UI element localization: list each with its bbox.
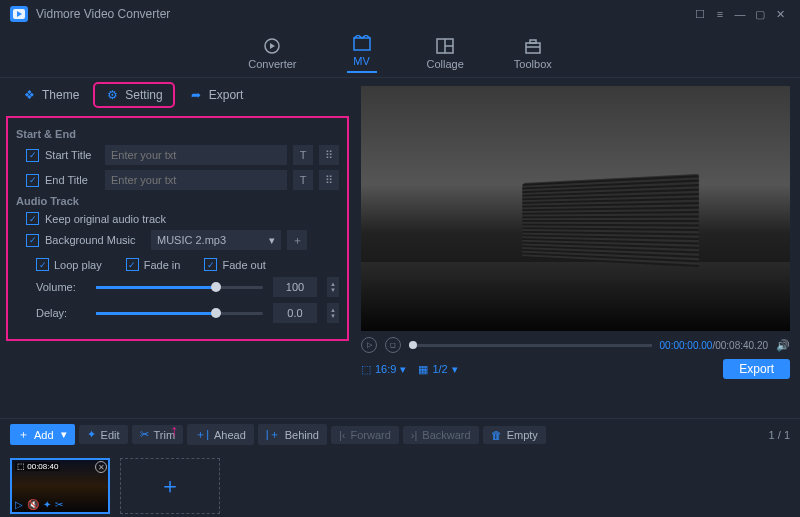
start-title-label: Start Title xyxy=(45,149,99,161)
chevron-down-icon: ▾ xyxy=(400,363,406,376)
toolbox-icon xyxy=(523,36,543,56)
delay-value[interactable]: 0.0 xyxy=(273,303,317,323)
delay-label: Delay: xyxy=(36,307,86,319)
forward-button[interactable]: |‹Forward xyxy=(331,426,399,444)
time-display: 00:00:00.00/00:08:40.20 xyxy=(660,340,768,351)
end-title-checkbox[interactable] xyxy=(26,174,39,187)
svg-marker-3 xyxy=(270,43,275,49)
aspect-ratio-select[interactable]: ⬚16:9▾ xyxy=(361,363,406,376)
bottom-toolbar: ＋Add▾ ✦Edit ✂Trim ＋|Ahead |＋Behind |‹For… xyxy=(0,418,800,450)
video-preview[interactable] xyxy=(361,86,790,331)
end-title-input[interactable] xyxy=(105,170,287,190)
delay-spinner[interactable]: ▲▼ xyxy=(327,303,339,323)
bg-music-select[interactable]: MUSIC 2.mp3▾ xyxy=(151,230,281,250)
thumbnail-remove-button[interactable]: ✕ xyxy=(95,461,107,473)
titlebar: Vidmore Video Converter ☐ ≡ — ▢ ✕ xyxy=(0,0,800,28)
add-button[interactable]: ＋Add▾ xyxy=(10,424,75,445)
mute-icon[interactable]: 🔇 xyxy=(27,499,39,510)
trash-icon: 🗑 xyxy=(491,429,502,441)
volume-icon[interactable]: 🔊 xyxy=(776,339,790,352)
right-panel: ▷ ◻ 00:00:00.00/00:08:40.20 🔊 ⬚16:9▾ ▦1/… xyxy=(355,78,800,418)
chevron-down-icon: ▾ xyxy=(269,234,275,247)
scrubber[interactable] xyxy=(409,344,652,347)
volume-spinner[interactable]: ▲▼ xyxy=(327,277,339,297)
keep-original-checkbox[interactable] xyxy=(26,212,39,225)
add-clip-button[interactable]: ＋ xyxy=(120,458,220,514)
app-logo xyxy=(10,6,28,22)
feedback-icon[interactable]: ☐ xyxy=(690,8,710,21)
zoom-select[interactable]: ▦1/2▾ xyxy=(418,363,457,376)
menu-icon[interactable]: ≡ xyxy=(710,8,730,20)
ahead-button[interactable]: ＋|Ahead xyxy=(187,424,254,445)
edit-button[interactable]: ✦Edit xyxy=(79,425,128,444)
nav-toolbox[interactable]: Toolbox xyxy=(514,36,552,70)
start-title-options-button[interactable]: ⠿ xyxy=(319,145,339,165)
chevron-down-icon: ▾ xyxy=(452,363,458,376)
volume-label: Volume: xyxy=(36,281,86,293)
mv-icon xyxy=(352,33,372,53)
nav-collage[interactable]: Collage xyxy=(427,36,464,70)
fade-in-checkbox[interactable] xyxy=(126,258,139,271)
start-title-input[interactable] xyxy=(105,145,287,165)
clip-thumbnail[interactable]: ⬚ 00:08:40 ✕ ▷ 🔇 ✦ ✂ xyxy=(10,458,110,514)
empty-button[interactable]: 🗑Empty xyxy=(483,426,546,444)
export-icon: ➦ xyxy=(189,88,203,102)
collage-icon xyxy=(435,36,455,56)
svg-rect-8 xyxy=(526,43,540,53)
theme-icon: ❖ xyxy=(22,88,36,102)
grid-icon: ▦ xyxy=(418,363,428,376)
nav-converter[interactable]: Converter xyxy=(248,36,296,70)
scissors-icon[interactable]: ✂ xyxy=(55,499,63,510)
volume-slider[interactable] xyxy=(96,286,263,289)
bg-music-label: Background Music xyxy=(45,234,145,246)
fade-out-checkbox[interactable] xyxy=(204,258,217,271)
delay-slider[interactable] xyxy=(96,312,263,315)
volume-value[interactable]: 100 xyxy=(273,277,317,297)
loop-play-checkbox[interactable] xyxy=(36,258,49,271)
section-audio-track: Audio Track xyxy=(16,195,339,207)
tab-theme[interactable]: ❖Theme xyxy=(12,84,89,106)
star-icon[interactable]: ✦ xyxy=(43,499,51,510)
thumbnail-overlay: ▷ 🔇 ✦ ✂ xyxy=(15,499,63,510)
play-button[interactable]: ▷ xyxy=(361,337,377,353)
aspect-icon: ⬚ xyxy=(361,363,371,376)
svg-rect-4 xyxy=(354,38,370,50)
left-panel: ❖Theme ⚙Setting ➦Export Start & End Star… xyxy=(0,78,355,418)
player-controls: ▷ ◻ 00:00:00.00/00:08:40.20 🔊 xyxy=(361,337,790,353)
edit-icon: ✦ xyxy=(87,428,96,441)
play-icon[interactable]: ▷ xyxy=(15,499,23,510)
add-music-button[interactable]: ＋ xyxy=(287,230,307,250)
keep-original-label: Keep original audio track xyxy=(45,213,166,225)
stop-button[interactable]: ◻ xyxy=(385,337,401,353)
thumbnail-strip: ⬚ 00:08:40 ✕ ▷ 🔇 ✦ ✂ ＋ xyxy=(0,450,800,517)
start-title-font-button[interactable]: T xyxy=(293,145,313,165)
gear-icon: ⚙ xyxy=(105,88,119,102)
section-start-end: Start & End xyxy=(16,128,339,140)
maximize-icon[interactable]: ▢ xyxy=(750,8,770,21)
preview-toolbar: ⬚16:9▾ ▦1/2▾ Export xyxy=(361,359,790,379)
end-title-label: End Title xyxy=(45,174,99,186)
export-button[interactable]: Export xyxy=(723,359,790,379)
main-nav: Converter MV Collage Toolbox xyxy=(0,28,800,78)
tab-export[interactable]: ➦Export xyxy=(179,84,254,106)
thumbnail-duration: ⬚ 00:08:40 xyxy=(15,462,60,471)
minimize-icon[interactable]: — xyxy=(730,8,750,20)
page-count: 1 / 1 xyxy=(769,429,790,441)
nav-mv[interactable]: MV xyxy=(347,33,377,73)
end-title-font-button[interactable]: T xyxy=(293,170,313,190)
converter-icon xyxy=(262,36,282,56)
settings-panel: Start & End Start Title T ⠿ End Title T … xyxy=(6,116,349,341)
svg-rect-9 xyxy=(530,40,536,43)
app-title: Vidmore Video Converter xyxy=(36,7,690,21)
behind-button[interactable]: |＋Behind xyxy=(258,424,327,445)
end-title-options-button[interactable]: ⠿ xyxy=(319,170,339,190)
backward-button[interactable]: ›|Backward xyxy=(403,426,479,444)
annotation-arrow: ↑ xyxy=(170,422,178,440)
trim-icon: ✂ xyxy=(140,428,149,441)
bg-music-checkbox[interactable] xyxy=(26,234,39,247)
start-title-checkbox[interactable] xyxy=(26,149,39,162)
left-tabs: ❖Theme ⚙Setting ➦Export xyxy=(0,78,355,112)
close-icon[interactable]: ✕ xyxy=(770,8,790,21)
tab-setting[interactable]: ⚙Setting xyxy=(95,84,172,106)
